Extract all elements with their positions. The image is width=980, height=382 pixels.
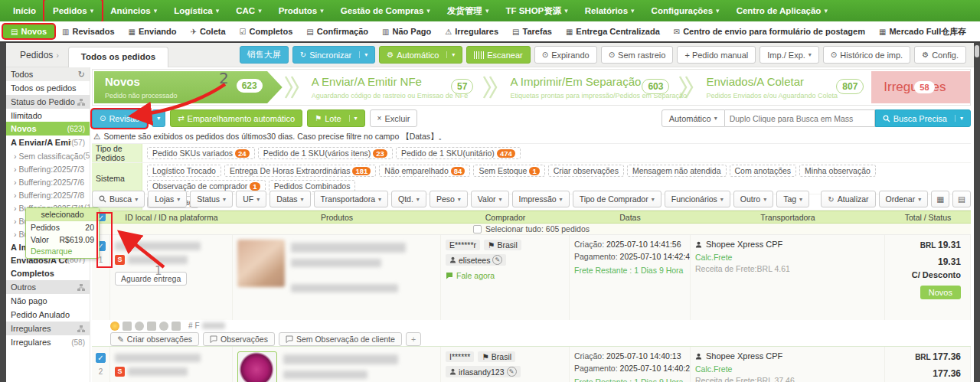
hash-flag-tag[interactable]: #F bbox=[188, 322, 225, 330]
batch-button[interactable]: ⚑Lote▾ bbox=[307, 109, 364, 127]
toolbar-item-confirmacao[interactable]: ▤Confirmação bbox=[300, 24, 374, 38]
filter-chip-logistico-trocado[interactable]: Logístico Trocado bbox=[147, 165, 221, 177]
toolbar-item-novos[interactable]: ▤Novos bbox=[3, 24, 54, 38]
tipo-comprador-dropdown[interactable]: Tipo de Comprador▾ bbox=[573, 191, 662, 207]
impressao-dropdown[interactable]: Impressão▾ bbox=[512, 191, 570, 207]
scan-button[interactable]: Escanear bbox=[466, 46, 530, 64]
no-tracking-button[interactable]: ⊙Sem rastreio bbox=[601, 46, 674, 64]
toolbar-item-mercado-full-pedidos[interactable]: ▦Mercado Full仓订单 bbox=[974, 24, 980, 40]
sidebar-item-nao-pago[interactable]: Não pago bbox=[6, 294, 90, 308]
menu-item-tf-shop[interactable]: TF SHOP资源▾ bbox=[497, 0, 576, 21]
product-thumbnail[interactable] bbox=[237, 351, 277, 382]
chat-now-link[interactable]: Fale agora bbox=[446, 271, 564, 280]
sidebar-item-buffering-2[interactable]: › Buffering:2025/7/6 bbox=[6, 175, 90, 188]
add-observation-button[interactable]: + bbox=[406, 332, 421, 346]
sidebar-item-pedido-anulado[interactable]: Pedido Anulado bbox=[6, 308, 90, 322]
sidebar-item-buffering-3[interactable]: › Buffering:2025/7/8 bbox=[6, 188, 90, 201]
toolbar-item-nao-pago[interactable]: ▥Não Pago bbox=[376, 24, 437, 38]
menu-item-inicio[interactable]: Início bbox=[5, 0, 44, 21]
username-chip[interactable]: irlasandy123✎ bbox=[446, 366, 521, 377]
filter-chip-horas-extra[interactable]: Entrega De Horas Extraordinárias181 bbox=[224, 165, 376, 177]
valor-dropdown[interactable]: Valor▾ bbox=[471, 191, 509, 207]
grid-view-button[interactable]: ▦ bbox=[931, 191, 949, 207]
pipeline-card-novos[interactable]: Novos Pedido não processado 623 bbox=[94, 71, 283, 103]
sidebar-section-outros[interactable]: Outros bbox=[6, 280, 90, 294]
calc-freight-link[interactable]: Calc.Frete bbox=[695, 253, 880, 262]
scrollbar-thumb[interactable] bbox=[975, 45, 979, 57]
sidebar-item-sem-classificacao[interactable]: › Sem classificação(55) bbox=[6, 149, 90, 162]
menu-item-configuracoes[interactable]: Configurações▾ bbox=[643, 0, 728, 21]
sort-dropdown[interactable]: Ordenar▾ bbox=[879, 191, 929, 207]
config-button[interactable]: ⚙Config. bbox=[914, 46, 966, 64]
bell-icon[interactable] bbox=[147, 322, 156, 331]
refresh-icon[interactable]: ↻ bbox=[78, 70, 85, 80]
create-observation-button[interactable]: ✎Criar observações bbox=[110, 332, 199, 346]
breadcrumb-root[interactable]: Pedidos bbox=[20, 50, 53, 60]
observations-button[interactable]: Observações bbox=[203, 332, 275, 346]
menu-item-produtos[interactable]: Produtos▾ bbox=[270, 0, 332, 21]
caret-down-icon[interactable]: ▾ bbox=[349, 115, 358, 122]
sidebar-item-a-enviar[interactable]: A Enviar/A Emitir NF(57) bbox=[6, 135, 90, 149]
uf-dropdown[interactable]: UF▾ bbox=[236, 191, 266, 207]
caret-down-icon[interactable]: ▾ bbox=[359, 51, 368, 58]
funcionarios-dropdown[interactable]: Funcionários▾ bbox=[665, 191, 730, 207]
toolbar-item-entrega-centralizada[interactable]: ▦Entrega Centralizada bbox=[560, 24, 666, 38]
toolbar-item-coleta[interactable]: ✈Coleta bbox=[185, 24, 232, 38]
sidebar-item-buffering-1[interactable]: › Buffering:2025/7/3 bbox=[6, 162, 90, 175]
menu-item-logistica[interactable]: Logística▾ bbox=[165, 0, 227, 21]
import-history-button[interactable]: ⊙Histórico de imp. bbox=[823, 46, 910, 64]
toolbar-item-revisados[interactable]: ▥Revisados bbox=[56, 24, 120, 38]
sidebar-section-irregulares[interactable]: Irregulares bbox=[6, 322, 90, 335]
menu-item-relatorios[interactable]: Relatórios▾ bbox=[577, 0, 643, 21]
toolbar-item-completos[interactable]: ☑Completos bbox=[234, 24, 299, 38]
row-status-button[interactable]: Novos bbox=[920, 286, 961, 299]
transportadora-dropdown[interactable]: Transportadora▾ bbox=[314, 191, 388, 207]
sidebar-item-novos[interactable]: Novos(623) bbox=[6, 122, 90, 135]
no-client-observation-button[interactable]: Sem Observação de cliente bbox=[279, 332, 402, 346]
menu-item-centro-de-aplicacao[interactable]: Centro de Aplicação▾ bbox=[728, 0, 836, 21]
import-export-button[interactable]: Imp./ Exp.▾ bbox=[760, 46, 819, 64]
expiring-button[interactable]: ⊙Expirando bbox=[534, 46, 597, 64]
list-view-button[interactable]: ▤ bbox=[952, 191, 971, 207]
filter-chip-nao-emparelhado[interactable]: Não emparelhado84 bbox=[379, 165, 470, 177]
filter-chip-mensagem-nao-atendida[interactable]: Mensagem não atendida bbox=[627, 165, 727, 177]
auto-button[interactable]: ⚙Automático▾ bbox=[379, 46, 462, 64]
sidebar-section-status-do-pedido[interactable]: Status do Pedido bbox=[6, 95, 90, 109]
sidebar-item-irregulares[interactable]: Irregulares(58) bbox=[6, 335, 90, 349]
status-dropdown[interactable]: Status▾ bbox=[190, 191, 233, 207]
sidebar-item-ilimitado[interactable]: Ilimitado bbox=[6, 109, 90, 122]
menu-item-cac[interactable]: CAC▾ bbox=[227, 0, 270, 21]
manual-order-button[interactable]: + Pedido manual bbox=[677, 46, 756, 64]
menu-item-fahuo-guanli[interactable]: 发货管理▾ bbox=[439, 0, 498, 21]
toolbar-item-enviando[interactable]: ▦Enviando bbox=[122, 24, 183, 38]
search-mode-dropdown[interactable]: Automático▾ bbox=[662, 109, 725, 127]
datas-dropdown[interactable]: Datas▾ bbox=[270, 191, 310, 207]
caret-down-icon[interactable]: ▾ bbox=[446, 51, 455, 58]
edit-buyer-icon[interactable]: ✎ bbox=[492, 255, 502, 265]
tag-dropdown[interactable]: Tag▾ bbox=[776, 191, 809, 207]
lojas-dropdown[interactable]: Lojas▾ bbox=[148, 191, 187, 207]
pipeline-card-irregulares[interactable]: Irregulares 58 bbox=[871, 71, 971, 103]
product-thumbnail[interactable] bbox=[237, 240, 285, 287]
filter-chip-skus-variados[interactable]: Pedido SKUs variados24 bbox=[147, 147, 255, 159]
toolbar-item-irregulares[interactable]: ⚠Irregulares bbox=[439, 24, 505, 38]
sidebar-item-todos-os-pedidos[interactable]: Todos os pedidos bbox=[6, 81, 90, 95]
filter-chip-com-anotacoes[interactable]: Com anotações bbox=[730, 165, 797, 177]
delete-button[interactable]: ×Excluir bbox=[370, 109, 418, 127]
row-checkbox[interactable]: ✓ bbox=[96, 353, 106, 363]
refresh-button[interactable]: ↻Atualizar bbox=[821, 191, 875, 207]
toolbar-item-tarefas[interactable]: ▤Tarefas bbox=[506, 24, 558, 38]
review-button[interactable]: ⊙Revisão bbox=[92, 109, 147, 128]
sync-button[interactable]: ↻Sincronizar▾ bbox=[292, 46, 375, 64]
calc-freight-link[interactable]: Calc.Frete bbox=[695, 364, 880, 374]
sidebar-item-todos[interactable]: Todos↻ bbox=[6, 67, 90, 81]
doc-icon[interactable] bbox=[122, 322, 132, 331]
caret-down-icon[interactable]: ▾ bbox=[955, 115, 963, 122]
filter-chip-1sku-unitario[interactable]: Pedido de 1 SKU(unitário)474 bbox=[396, 147, 521, 159]
menu-item-anuncios[interactable]: Anúncios▾ bbox=[102, 0, 165, 21]
toolbar-item-centro-de-envio[interactable]: ✉Centro de envio para formulário de post… bbox=[668, 24, 871, 38]
peso-dropdown[interactable]: Peso▾ bbox=[430, 191, 468, 207]
precise-search-button[interactable]: Busca Precisa▾ bbox=[875, 109, 971, 127]
filter-chip-sem-estoque[interactable]: Sem Estoque1 bbox=[473, 165, 544, 177]
filter-chip-1sku-varios[interactable]: Pedido de 1 SKU(vários itens)23 bbox=[258, 147, 393, 159]
